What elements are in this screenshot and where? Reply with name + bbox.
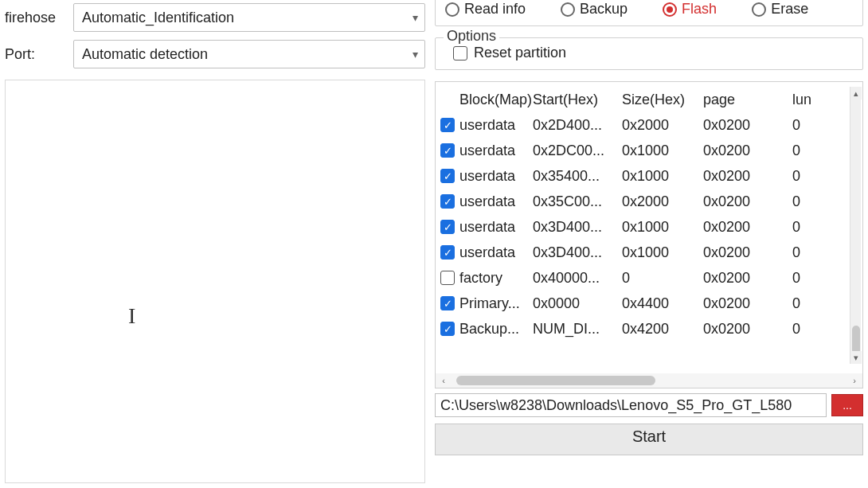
cell-size: 0x1000 [622, 219, 703, 236]
table-header: Block(Map) Start(Hex) Size(Hex) page lun [440, 87, 858, 112]
firmware-path-value: C:\Users\w8238\Downloads\Lenovo_S5_Pro_G… [440, 397, 792, 414]
row-checkbox[interactable] [440, 220, 455, 234]
start-button[interactable]: Start [435, 424, 863, 455]
browse-label: ... [843, 399, 852, 412]
firehose-value: Automatic_Identification [82, 10, 234, 26]
table-row[interactable]: userdata0x35400...0x10000x02000 [440, 163, 858, 189]
table-row[interactable]: Backup...NUM_DI...0x42000x02000 [440, 316, 858, 342]
cell-lun: 0 [792, 295, 824, 312]
col-block[interactable]: Block(Map) [459, 92, 533, 108]
options-fieldset: Options Reset partition [435, 37, 863, 70]
horizontal-scrollbar[interactable]: ‹ › [436, 373, 862, 388]
cell-page: 0x0200 [703, 270, 792, 287]
radio-label: Read info [464, 1, 526, 18]
table-row[interactable]: userdata0x2DC00...0x10000x02000 [440, 138, 858, 163]
cell-start: 0x2D400... [533, 117, 622, 134]
radio-icon [752, 2, 766, 17]
cell-lun: 0 [792, 244, 824, 261]
cell-page: 0x0200 [703, 117, 792, 134]
port-value: Automatic detection [82, 46, 208, 63]
row-checkbox[interactable] [440, 245, 455, 260]
table-row[interactable]: userdata0x3D400...0x10000x02000 [440, 240, 858, 265]
options-legend: Options [444, 28, 499, 45]
cell-lun: 0 [792, 270, 824, 287]
horizontal-scroll-thumb[interactable] [456, 376, 655, 385]
cell-lun: 0 [792, 321, 824, 338]
row-checkbox[interactable] [440, 118, 455, 132]
scroll-right-icon[interactable]: › [850, 376, 859, 385]
chevron-down-icon: ▾ [412, 48, 418, 61]
scroll-up-icon[interactable]: ▴ [850, 87, 862, 100]
port-label: Port: [5, 46, 73, 63]
function-option-flash[interactable]: Flash [663, 1, 717, 18]
col-page[interactable]: page [703, 92, 792, 108]
function-options-fieldset: Function Options Read infoBackupFlashEra… [435, 0, 863, 26]
cell-lun: 0 [792, 219, 824, 236]
cell-start: 0x3D400... [533, 244, 622, 261]
cell-page: 0x0200 [703, 142, 792, 159]
cell-block: Backup... [459, 321, 533, 338]
cell-page: 0x0200 [703, 193, 792, 210]
port-combo[interactable]: Automatic detection ▾ [73, 40, 425, 68]
function-option-erase[interactable]: Erase [752, 1, 808, 18]
cell-size: 0x1000 [622, 244, 703, 261]
reset-partition-checkbox[interactable] [453, 46, 467, 61]
col-start[interactable]: Start(Hex) [533, 92, 622, 108]
radio-icon [663, 2, 677, 17]
cell-page: 0x0200 [703, 168, 792, 185]
cell-block: userdata [459, 219, 533, 236]
function-option-read-info[interactable]: Read info [445, 1, 526, 18]
firehose-label: firehose [5, 10, 73, 26]
reset-partition-label: Reset partition [474, 45, 566, 61]
radio-label: Backup [580, 1, 628, 18]
firehose-combo[interactable]: Automatic_Identification ▾ [73, 3, 425, 32]
start-label: Start [632, 427, 666, 446]
firmware-path-input[interactable]: C:\Users\w8238\Downloads\Lenovo_S5_Pro_G… [435, 393, 827, 417]
radio-label: Flash [682, 1, 717, 18]
table-row[interactable]: factory0x40000...00x02000 [440, 265, 858, 291]
row-checkbox[interactable] [440, 296, 455, 310]
radio-icon [445, 2, 459, 17]
col-lun[interactable]: lun [792, 92, 824, 108]
cell-lun: 0 [792, 193, 824, 210]
cell-start: 0x35400... [533, 168, 622, 185]
cell-size: 0x2000 [622, 117, 703, 134]
cell-block: Primary... [459, 295, 533, 312]
row-checkbox[interactable] [440, 194, 455, 209]
cell-page: 0x0200 [703, 295, 792, 312]
vertical-scrollbar[interactable]: ▴ ▾ [850, 87, 861, 364]
scroll-down-icon[interactable]: ▾ [850, 351, 862, 364]
cell-page: 0x0200 [703, 321, 792, 338]
cell-block: userdata [459, 117, 533, 134]
log-textarea[interactable]: I [5, 80, 425, 483]
cell-size: 0x4400 [622, 295, 703, 312]
radio-label: Erase [771, 1, 808, 18]
cell-size: 0x1000 [622, 142, 703, 159]
scroll-left-icon[interactable]: ‹ [439, 376, 448, 385]
chevron-down-icon: ▾ [412, 11, 418, 24]
cell-block: userdata [459, 244, 533, 261]
row-checkbox[interactable] [440, 322, 455, 336]
cell-lun: 0 [792, 117, 824, 134]
cell-page: 0x0200 [703, 244, 792, 261]
table-row[interactable]: Primary...0x00000x44000x02000 [440, 291, 858, 316]
cell-block: userdata [459, 193, 533, 210]
row-checkbox[interactable] [440, 169, 455, 183]
cell-block: userdata [459, 142, 533, 159]
cell-lun: 0 [792, 168, 824, 185]
cell-lun: 0 [792, 142, 824, 159]
browse-button[interactable]: ... [831, 394, 863, 416]
table-row[interactable]: userdata0x3D400...0x10000x02000 [440, 214, 858, 240]
table-row[interactable]: userdata0x2D400...0x20000x02000 [440, 112, 858, 138]
cell-block: factory [459, 270, 533, 287]
radio-icon [561, 2, 575, 17]
table-row[interactable]: userdata0x35C00...0x20000x02000 [440, 189, 858, 214]
row-checkbox[interactable] [440, 271, 455, 285]
cell-start: 0x0000 [533, 295, 622, 312]
col-size[interactable]: Size(Hex) [622, 92, 703, 108]
row-checkbox[interactable] [440, 143, 455, 158]
cell-start: 0x2DC00... [533, 142, 622, 159]
vertical-scroll-thumb[interactable] [852, 326, 860, 354]
function-option-backup[interactable]: Backup [561, 1, 628, 18]
text-caret: I [128, 303, 135, 329]
